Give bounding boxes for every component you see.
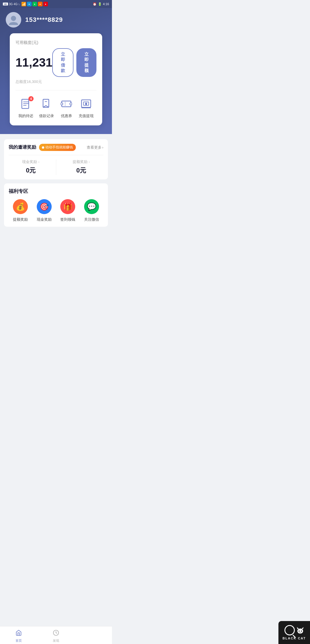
raise-emoji: 💰 [16, 202, 25, 211]
svg-rect-5 [43, 99, 49, 107]
credit-label: 可用额度(元) [16, 40, 96, 45]
svg-point-8 [61, 103, 63, 105]
time-display: 4:16 [103, 2, 109, 6]
raise-reward-item[interactable]: 提额奖励 › 0元 [59, 159, 104, 175]
pending-label: 我的待还 [18, 113, 33, 119]
benefit-wechat[interactable]: 💬 关注微信 [84, 199, 99, 222]
invite-rewards: 现金奖励 › 0元 提额奖励 › 0元 [9, 155, 103, 175]
content-area: 我的邀请奖励 动动手指就能赚钱 查看更多 › 现金奖励 › 0元 [0, 134, 112, 251]
cash-reward-item[interactable]: 现金奖励 › 0元 [9, 159, 53, 175]
atm-icon: ¥ [80, 98, 92, 110]
signal-3g: 3G [9, 3, 13, 6]
records-icon [40, 97, 53, 110]
invite-tag: 动动手指就能赚钱 [39, 144, 76, 151]
coupon-icon [60, 97, 73, 110]
benefit-sign-icon: 🎁 [60, 199, 75, 214]
avatar[interactable] [6, 12, 21, 28]
hd-icon: HD [3, 3, 8, 5]
benefit-wechat-label: 关注微信 [84, 217, 99, 222]
svg-point-9 [70, 103, 72, 105]
benefit-cash-icon: 🎯 [37, 199, 52, 214]
username-text: 153****8829 [25, 16, 63, 24]
benefit-cash-label: 现金奖励 [37, 217, 52, 222]
raise-reward-label: 提额奖励 › [73, 159, 90, 164]
action-coupon[interactable]: 优惠券 [60, 97, 73, 119]
benefits-grid: 💰 提额奖励 🎯 现金奖励 🎁 签到领钱 💬 [9, 199, 103, 222]
header-section: 153****8829 可用额度(元) 11,231 立即借款 立即提额 总额度… [0, 8, 112, 134]
credit-amount: 11,231 [16, 56, 52, 69]
benefits-section: 福利专区 💰 提额奖励 🎯 现金奖励 🎁 签到领钱 [4, 183, 108, 227]
recharge-icon-wrap: ¥ [80, 97, 93, 110]
app-icon-2: ● [32, 2, 37, 6]
status-right-icons: ⏰ 🔋 4:16 [93, 2, 109, 6]
recharge-label: 充值提现 [79, 113, 94, 119]
invite-tag-dot [42, 146, 44, 149]
benefit-sign-label: 签到领钱 [60, 217, 75, 222]
benefit-wechat-icon: 💬 [84, 199, 99, 214]
chevron-right-icon: › [102, 145, 103, 150]
user-info: 153****8829 [6, 12, 106, 28]
pending-icon-wrap: 4 [19, 97, 32, 110]
records-icon-wrap [40, 97, 53, 110]
status-bar: HD 3G 4G↑↓ 📶 ● ● ● ● ⏰ 🔋 4:16 [0, 0, 112, 8]
benefit-raise-label: 提额奖励 [13, 217, 28, 222]
quick-actions: 4 我的待还 借款记录 [16, 95, 96, 120]
cash-reward-label: 现金奖励 › [22, 159, 39, 164]
app-icon-3: ● [38, 2, 42, 6]
bookmark-icon [41, 98, 52, 110]
invite-header: 我的邀请奖励 动动手指就能赚钱 查看更多 › [9, 144, 103, 151]
svg-point-0 [11, 16, 16, 21]
app-icon-1: ● [27, 2, 32, 6]
battery-icon: 🔋 [98, 2, 102, 6]
raise-button[interactable]: 立即提额 [76, 48, 96, 77]
avatar-icon [9, 15, 18, 25]
invite-section: 我的邀请奖励 动动手指就能赚钱 查看更多 › 现金奖励 › 0元 [4, 139, 108, 179]
benefits-title: 福利专区 [9, 188, 103, 195]
coupon-label: 优惠券 [61, 113, 72, 119]
invite-title: 我的邀请奖励 [9, 144, 36, 150]
action-buttons: 立即借款 立即提额 [52, 48, 96, 77]
alarm-icon: ⏰ [93, 2, 97, 6]
action-pending[interactable]: 4 我的待还 [18, 97, 33, 119]
coupon-icon-wrap [60, 97, 73, 110]
cash-reward-value: 0元 [26, 166, 36, 175]
total-credit-text: 总额度16,300元 [16, 79, 96, 84]
action-records[interactable]: 借款记录 [39, 97, 54, 119]
benefit-sign[interactable]: 🎁 签到领钱 [60, 199, 75, 222]
borrow-button[interactable]: 立即借款 [52, 48, 73, 77]
wechat-emoji: 💬 [87, 202, 96, 211]
app-icons: ● ● ● ● [27, 2, 48, 6]
svg-text:¥: ¥ [85, 102, 87, 105]
invite-title-row: 我的邀请奖励 动动手指就能赚钱 [9, 144, 76, 151]
wifi-icon: 📶 [21, 2, 26, 6]
credit-card: 可用额度(元) 11,231 立即借款 立即提额 总额度16,300元 [10, 33, 102, 125]
app-icon-4: ● [43, 2, 48, 6]
credit-row: 11,231 立即借款 立即提额 [16, 48, 96, 77]
sign-emoji: 🎁 [63, 202, 72, 211]
see-more-link[interactable]: 查看更多 › [87, 145, 103, 150]
recharge-icon: ¥ [80, 97, 93, 110]
cash-arrow-icon: › [38, 160, 39, 164]
ticket-icon [61, 98, 72, 110]
benefit-raise-icon: 💰 [13, 199, 28, 214]
signal-4g: 4G↑↓ [13, 3, 20, 6]
action-recharge[interactable]: ¥ 充值提现 [79, 97, 94, 119]
status-left-icons: HD 3G 4G↑↓ 📶 ● ● ● ● [3, 2, 48, 6]
benefit-cash[interactable]: 🎯 现金奖励 [37, 199, 52, 222]
see-more-text: 查看更多 [87, 145, 102, 150]
raise-reward-value: 0元 [76, 166, 86, 175]
invite-tag-text: 动动手指就能赚钱 [45, 145, 73, 150]
pending-badge: 4 [28, 96, 34, 101]
reward-divider [56, 159, 56, 175]
records-label: 借款记录 [39, 113, 54, 119]
benefit-raise[interactable]: 💰 提额奖励 [13, 199, 28, 222]
raise-arrow-icon: › [89, 160, 90, 164]
cash-emoji: 🎯 [40, 202, 49, 211]
card-divider [16, 90, 96, 90]
